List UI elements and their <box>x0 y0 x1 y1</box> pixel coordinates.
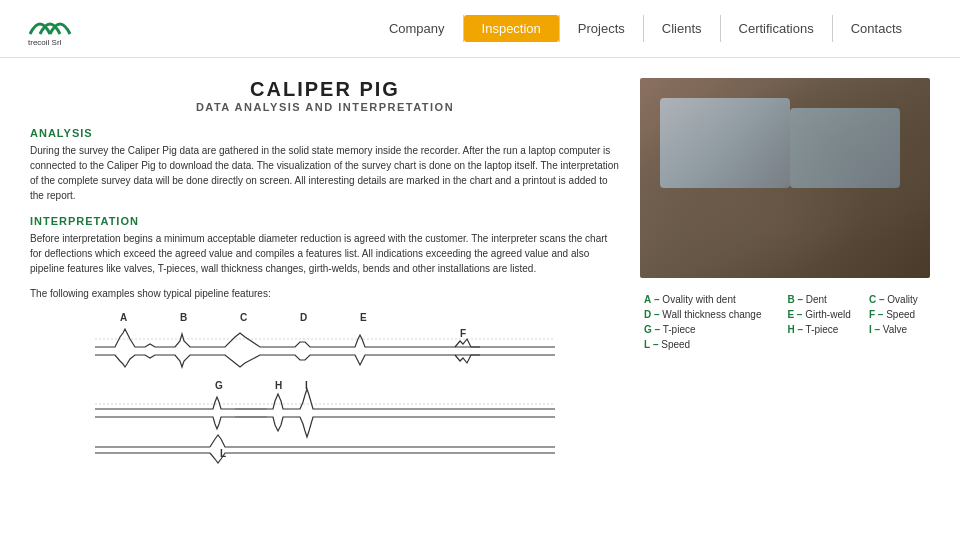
legend-key-e: E <box>787 309 794 320</box>
pipeline-svg: A B C D E <box>30 309 620 469</box>
legend-row-abc: A – Ovality with dent B – Dent C – Ovali… <box>640 292 930 307</box>
legend-label-f: Speed <box>886 309 915 320</box>
legend-key-b: B <box>787 294 794 305</box>
legend-label-a: Ovality with dent <box>662 294 735 305</box>
left-column: CALIPER PIG DATA ANALYSIS AND INTERPRETA… <box>30 78 620 520</box>
legend-row-def: D – Wall thickness change E – Girth-weld… <box>640 307 930 322</box>
interpretation-title: INTERPRETATION <box>30 215 620 227</box>
legend-key-a: A <box>644 294 651 305</box>
svg-text:H: H <box>275 380 282 391</box>
analysis-title: ANALYSIS <box>30 127 620 139</box>
legend-label-e: Girth-weld <box>805 309 851 320</box>
nav-links: Company Inspection Projects Clients Cert… <box>371 15 920 42</box>
legend-row-ghi: G – T-piece H – T-piece I – Valve <box>640 322 930 337</box>
legend-label-d: Wall thickness change <box>662 309 761 320</box>
navbar: trecoil Srl Company Inspection Projects … <box>0 0 960 58</box>
analysis-body: During the survey the Caliper Pig data a… <box>30 143 620 203</box>
legend-key-g: G <box>644 324 652 335</box>
nav-item-inspection[interactable]: Inspection <box>464 15 559 42</box>
nav-item-contacts[interactable]: Contacts <box>833 15 920 42</box>
logo: trecoil Srl <box>20 9 140 49</box>
svg-text:G: G <box>215 380 223 391</box>
nav-item-certifications[interactable]: Certifications <box>721 15 833 42</box>
svg-text:D: D <box>300 312 307 323</box>
svg-text:trecoil Srl: trecoil Srl <box>28 38 62 47</box>
interpretation-body: Before interpretation begins a minimum a… <box>30 231 620 276</box>
legend-label-c: Ovality <box>887 294 918 305</box>
logo-svg: trecoil Srl <box>20 9 100 49</box>
photo-inner <box>640 78 930 278</box>
examples-text: The following examples show typical pipe… <box>30 288 620 299</box>
nav-item-projects[interactable]: Projects <box>559 15 644 42</box>
svg-text:E: E <box>360 312 367 323</box>
legend-key-d: D <box>644 309 651 320</box>
legend-key-c: C <box>869 294 876 305</box>
nav-item-company[interactable]: Company <box>371 15 464 42</box>
page-subtitle: DATA ANALYSIS AND INTERPRETATION <box>30 101 620 113</box>
nav-item-clients[interactable]: Clients <box>644 15 721 42</box>
page-title: CALIPER PIG <box>30 78 620 101</box>
svg-text:C: C <box>240 312 247 323</box>
page-title-area: CALIPER PIG DATA ANALYSIS AND INTERPRETA… <box>30 78 620 113</box>
legend-label-g: T-piece <box>663 324 696 335</box>
legend-label-i: Valve <box>883 324 907 335</box>
svg-text:F: F <box>460 328 466 339</box>
photo-area <box>640 78 930 278</box>
pipeline-diagram: A B C D E <box>30 309 620 469</box>
legend-key-l: L <box>644 339 650 350</box>
legend-row-l: L – Speed <box>640 337 930 352</box>
main-content: CALIPER PIG DATA ANALYSIS AND INTERPRETA… <box>0 58 960 540</box>
legend-key-i: I <box>869 324 872 335</box>
legend-key-f: F <box>869 309 875 320</box>
legend-key-h: H <box>787 324 794 335</box>
legend-table: A – Ovality with dent B – Dent C – Ovali… <box>640 292 930 352</box>
legend-label-h: T-piece <box>806 324 839 335</box>
right-column: A – Ovality with dent B – Dent C – Ovali… <box>640 78 930 520</box>
legend-label-b: Dent <box>806 294 827 305</box>
svg-text:B: B <box>180 312 187 323</box>
svg-text:A: A <box>120 312 127 323</box>
legend-label-l: Speed <box>661 339 690 350</box>
